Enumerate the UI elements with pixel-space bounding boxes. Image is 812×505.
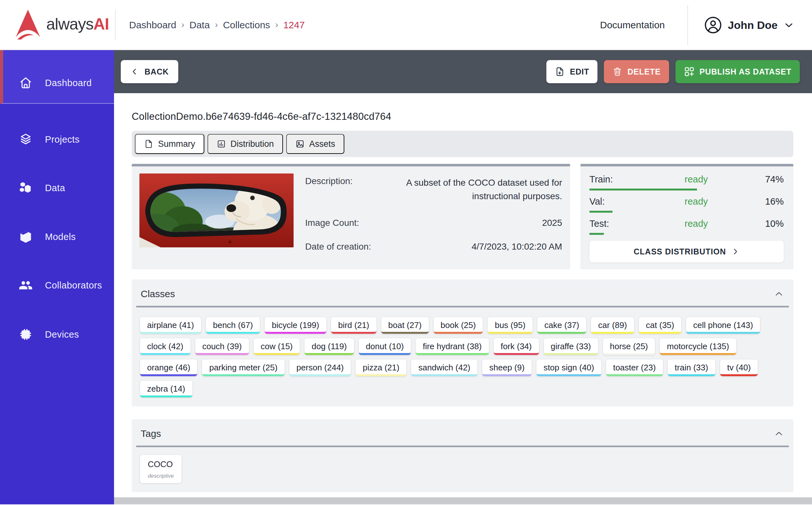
class-chip[interactable]: bus (95): [487, 317, 532, 334]
tags-title: Tags: [141, 428, 161, 439]
tab-distribution[interactable]: Distribution: [207, 134, 283, 154]
breadcrumb-separator-icon: ›: [182, 20, 184, 30]
back-button[interactable]: BACK: [121, 60, 178, 83]
user-menu[interactable]: John Doe: [704, 0, 794, 50]
top-header: alwaysAI Dashboard›Data›Collections›1247…: [0, 0, 812, 50]
class-chip[interactable]: person (244): [289, 359, 351, 376]
class-chip[interactable]: horse (25): [603, 338, 655, 355]
class-distribution-button[interactable]: CLASS DISTRIBUTION: [589, 240, 784, 263]
chevron-up-icon[interactable]: [774, 289, 784, 299]
class-chip-list: airplane (41)bench (67)bicycle (199)bird…: [132, 307, 793, 406]
breadcrumb-item-dashboard[interactable]: Dashboard: [129, 20, 176, 30]
class-chip[interactable]: orange (46): [140, 359, 197, 376]
chevron-up-icon[interactable]: [774, 429, 784, 439]
class-chip[interactable]: boat (27): [381, 317, 429, 334]
breadcrumb: Dashboard›Data›Collections›1247: [129, 0, 305, 50]
alwaysai-logo[interactable]: alwaysAI: [15, 8, 109, 40]
sidebar-item-devices[interactable]: Devices: [0, 324, 114, 345]
sidebar-item-label: Collaborators: [45, 280, 102, 291]
user-name: John Doe: [728, 19, 778, 31]
class-chip[interactable]: airplane (41): [140, 317, 201, 334]
collection-thumbnail: [140, 173, 293, 247]
classes-section: Classes airplane (41)bench (67)bicycle (…: [132, 280, 793, 406]
file-plus-icon: [555, 66, 565, 77]
summary-fields: Description: A subset of the COCO datase…: [293, 173, 562, 269]
class-chip[interactable]: pizza (21): [356, 359, 406, 376]
class-chip[interactable]: clock (42): [140, 338, 190, 355]
split-status: ready: [644, 196, 749, 207]
class-chip[interactable]: dog (119): [304, 338, 354, 355]
split-percent: 10%: [749, 218, 784, 229]
class-chip[interactable]: stop sign (40): [537, 359, 601, 376]
summary-card: Description: A subset of the COCO datase…: [132, 164, 570, 269]
tab-summary[interactable]: Summary: [135, 134, 204, 154]
description-label: Description:: [305, 176, 353, 186]
class-chip[interactable]: tv (40): [720, 359, 758, 376]
edit-button[interactable]: EDIT: [546, 60, 597, 83]
class-chip[interactable]: cow (15): [254, 338, 300, 355]
class-chip[interactable]: car (89): [591, 317, 634, 334]
split-percent: 16%: [749, 196, 784, 207]
class-chip[interactable]: couch (39): [195, 338, 249, 355]
sidebar-item-projects[interactable]: Projects: [0, 129, 114, 150]
content: CollectionDemo.b6e74639-fd46-4c6e-af7c-1…: [114, 93, 812, 492]
split-status: ready: [644, 174, 749, 185]
sidebar-item-models[interactable]: Models: [0, 226, 114, 247]
tab-label: Summary: [158, 139, 195, 149]
split-status: ready: [644, 218, 749, 229]
tag-list: COCOdescriptive: [132, 447, 793, 492]
class-chip[interactable]: bench (67): [206, 317, 260, 334]
class-chip[interactable]: book (25): [434, 317, 483, 334]
class-chip[interactable]: bicycle (199): [265, 317, 326, 334]
class-chip[interactable]: donut (10): [359, 338, 411, 355]
class-chip[interactable]: cat (35): [639, 317, 681, 334]
documentation-link[interactable]: Documentation: [600, 0, 665, 50]
class-chip[interactable]: toaster (23): [606, 359, 663, 376]
class-chip[interactable]: zebra (14): [140, 381, 192, 397]
tag-name: COCO: [148, 459, 174, 469]
class-chip[interactable]: train (33): [668, 359, 715, 376]
class-chip[interactable]: giraffe (33): [544, 338, 598, 355]
file-icon: [144, 139, 154, 149]
chip-icon: [19, 327, 33, 341]
bar-chart-icon: [216, 139, 226, 149]
horizontal-scrollbar[interactable]: [114, 497, 812, 504]
class-chip[interactable]: cell phone (143): [686, 317, 760, 334]
class-chip[interactable]: motorcycle (135): [660, 338, 736, 355]
publish-as-dataset-button[interactable]: PUBLISH AS DATASET: [675, 60, 800, 83]
split-progress-bar: [589, 189, 697, 190]
grid-plus-icon: [684, 66, 695, 77]
class-chip[interactable]: parking meter (25): [202, 359, 284, 376]
sidebar-item-data[interactable]: Data: [0, 178, 114, 198]
sidebar-item-dashboard[interactable]: Dashboard: [0, 72, 114, 93]
image-icon: [295, 139, 305, 149]
sidebar-item-label: Data: [45, 183, 65, 193]
breadcrumb-item-collections[interactable]: Collections: [223, 20, 270, 30]
split-row-val: Val:ready16%: [589, 196, 784, 207]
split-percent: 74%: [749, 174, 784, 185]
sidebar-item-collaborators[interactable]: Collaborators: [0, 275, 114, 296]
chevron-right-icon: [731, 247, 740, 256]
class-chip[interactable]: fork (34): [494, 338, 539, 355]
layers-icon: [19, 132, 33, 147]
class-chip[interactable]: sheep (9): [482, 359, 532, 376]
class-chip[interactable]: sandwich (42): [411, 359, 477, 376]
description-row: Description: A subset of the COCO datase…: [305, 176, 562, 203]
breadcrumb-separator-icon: ›: [215, 20, 218, 30]
delete-button[interactable]: DELETE: [604, 60, 669, 83]
people-icon: [19, 278, 33, 292]
class-chip[interactable]: fire hydrant (38): [416, 338, 489, 355]
avatar-icon: [704, 16, 722, 34]
tab-assets[interactable]: Assets: [286, 134, 344, 154]
date-row: Date of creation: 4/7/2023, 10:02:20 AM: [305, 241, 562, 252]
class-chip[interactable]: cake (37): [537, 317, 586, 334]
split-row-test: Test:ready10%: [589, 218, 784, 229]
split-progress-bar: [589, 211, 613, 213]
tab-label: Distribution: [231, 139, 274, 149]
split-progress-bar: [589, 233, 604, 235]
chevron-left-icon: [131, 67, 139, 76]
class-chip[interactable]: bird (21): [331, 317, 376, 334]
breadcrumb-item-data[interactable]: Data: [190, 20, 210, 30]
tag-chip[interactable]: COCOdescriptive: [140, 455, 182, 483]
alwaysai-logo-mark-icon: [15, 8, 41, 40]
